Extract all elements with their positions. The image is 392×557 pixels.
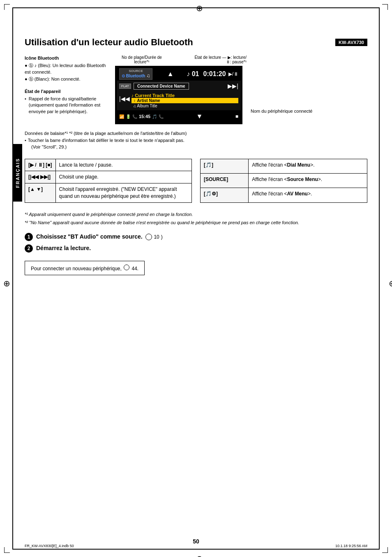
screen-status-row: 📶 🔋 📞 15:45 🎵 📞 ▼ ■ (117, 110, 241, 123)
flat-button[interactable]: FLAT (119, 84, 131, 89)
screen-row-3: |◀◀ ♪ Current Track Title ♀ Artist Name … (117, 91, 241, 110)
clock-display: 15:45 (139, 114, 150, 119)
bluetooth-blue-item: ● ⓑ ♪ (Bleu): Un lecteur audio Bluetooth… (25, 63, 111, 75)
device-name-display: Connected Device Name (134, 83, 189, 90)
key-av: [🎵⚙] (201, 188, 249, 202)
corner-mark-br (382, 547, 388, 553)
device-state-desc: Rappel de force du signal/batterie (uniq… (29, 96, 111, 115)
steps-section: 1 Choisissez "BT Audio" comme source. 10… (25, 233, 367, 253)
key-play-pause: [▶ / ⏸] [■] (25, 159, 56, 171)
val-device-select: Choisit l'appareil enregistré. ("NEW DEV… (55, 183, 191, 203)
table-row: [▲ ▼] Choisit l'appareil enregistré. ("N… (25, 183, 192, 203)
step-1-number: 1 (25, 233, 33, 241)
footnotes: *¹ Apparaît uniquement quand le périphér… (25, 211, 367, 226)
footer-info: FR_KW-AVX830[E]_4.indb 50 10.1.18 9:25:5… (25, 544, 367, 548)
play-pause-button[interactable]: ▶/⏸ (228, 71, 238, 77)
screen-row-2: FLAT Connected Device Name ▶▶| (117, 81, 241, 91)
controls-table-left: [▶ / ⏸] [■] Lance la lecture / pause. [|… (25, 159, 192, 203)
footer-right: 10.1.18 9:25:56 AM (335, 544, 367, 548)
table-row: [🎵] Affiche l'écran <Dial Menu>. (201, 159, 367, 173)
val-source: Affiche l'écran <Source Menu>. (249, 173, 367, 188)
device-screen: SOURCE ⊙ Bluetooth ♫ ▲ ♪ 01 (115, 66, 242, 124)
status-left: 📶 🔋 📞 15:45 🎵 📞 (119, 114, 164, 119)
corner-mark-bl (4, 547, 10, 553)
page-title: Utilisation d'un lecteur audio Bluetooth (25, 37, 335, 48)
track-down-button[interactable]: ▼ (196, 113, 203, 120)
data-balaise-label: Données de balaise*¹ *² (titre de la pla… (25, 130, 367, 137)
music-icon: ♫ (146, 73, 150, 79)
track-title-display: ♪ Current Track Title (131, 93, 175, 98)
key-source: [SOURCE] (201, 173, 249, 188)
info-box-text: Pour connecter un nouveau périphérique, (31, 266, 122, 272)
bluetooth-white-text: ● ⓑ (Blanc): Non connecté. (25, 76, 81, 82)
key-dial: [🎵] (201, 159, 249, 173)
step-1-ref-icon (145, 234, 152, 240)
source-button[interactable]: SOURCE ⊙ Bluetooth ♫ (119, 68, 152, 80)
battery-icon: 🔋 (126, 114, 131, 119)
val-dial: Affiche l'écran <Dial Menu>. (249, 159, 367, 173)
step-2: 2 Démarrez la lecture. (25, 244, 367, 253)
track-number-display: ♪ 01 (187, 70, 199, 78)
connected-device-label: Nom du périphérique connecté (251, 109, 367, 114)
table-row: [SOURCE] Affiche l'écran <Source Menu>. (201, 173, 367, 188)
album-title-display: ♫ Album Title (133, 104, 157, 108)
artist-row: ♀ Artist Name (131, 98, 238, 103)
screen-row-1: SOURCE ⊙ Bluetooth ♫ ▲ ♪ 01 (117, 67, 241, 81)
playno-label: No de plage/Durée de lecture*¹ (115, 55, 168, 64)
source-main-label: ⊙ Bluetooth ♫ (122, 73, 150, 79)
controls-table-right: [🎵] Affiche l'écran <Dial Menu>. [SOURCE… (200, 159, 367, 203)
device-screen-wrapper: No de plage/Durée de lecture*¹ État de l… (115, 55, 247, 124)
main-content: Utilisation d'un lecteur audio Bluetooth… (25, 37, 367, 275)
footnote-2: *² "No Name" apparaît quand aucune donné… (25, 219, 367, 226)
val-play-pause: Lance la lecture / pause. (55, 159, 191, 171)
phone-icon: 📞 (132, 114, 137, 119)
top-section: Icône Bluetooth ● ⓑ ♪ (Bleu): Un lecteur… (25, 55, 367, 124)
table-section: [▶ / ⏸] [■] Lance la lecture / pause. [|… (25, 159, 367, 203)
table-row: [🎵⚙] Affiche l'écran <AV Menu>. (201, 188, 367, 202)
signal-icon: 📶 (119, 114, 124, 119)
corner-mark-tr (382, 4, 388, 10)
bluetooth-icon-group: Icône Bluetooth ● ⓑ ♪ (Bleu): Un lecteur… (25, 55, 111, 83)
sidebar-language-label: FRANÇAIS (13, 144, 22, 202)
source-top-label: SOURCE (129, 70, 143, 73)
track-title-row: ♪ Current Track Title (131, 93, 238, 98)
artist-name-display: ♀ Artist Name (133, 98, 160, 103)
fast-forward-button[interactable]: ▶▶| (228, 83, 238, 89)
stop-button[interactable]: ■ (235, 114, 238, 119)
val-track-select: Choisit une plage. (55, 171, 191, 183)
music-status-icon: 🎵 (152, 114, 157, 119)
model-badge: KW-AVX730 (335, 39, 367, 46)
bluetooth-white-item: ● ⓑ (Blanc): Non connecté. (25, 76, 111, 82)
info-icon (124, 265, 129, 270)
track-info-area: ♪ Current Track Title ♀ Artist Name ♫ Al… (131, 93, 238, 109)
bluetooth-icon-title: Icône Bluetooth (25, 55, 111, 61)
track-up-button[interactable]: ▲ (167, 70, 174, 78)
device-state-item: • Rappel de force du signal/batterie (un… (25, 96, 111, 115)
footer-left: FR_KW-AVX830[E]_4.indb 50 (25, 544, 74, 548)
footnote-1: *¹ Apparaît uniquement quand le périphér… (25, 211, 367, 218)
device-state-title: État de l'appareil (25, 88, 111, 95)
step-1: 1 Choisissez "BT Audio" comme source. 10… (25, 233, 367, 241)
key-device-select: [▲ ▼] (25, 183, 56, 203)
time-display: 0:01:20 (203, 70, 226, 78)
bottom-annotation: Données de balaise*¹ *² (titre de la pla… (25, 130, 367, 151)
screen-inner: SOURCE ⊙ Bluetooth ♫ ▲ ♪ 01 (117, 67, 241, 123)
scroll-note: • Toucher la barre d'information fait dé… (25, 137, 367, 144)
corner-mark-tl (4, 4, 10, 10)
title-area: Utilisation d'un lecteur audio Bluetooth… (25, 37, 367, 48)
table-row: [|◀◀ ▶▶|] Choisit une plage. (25, 171, 192, 183)
val-av: Affiche l'écran <AV Menu>. (249, 188, 367, 202)
info-box: Pour connecter un nouveau périphérique, … (25, 261, 145, 275)
bluetooth-circle-icon: ⊙ (122, 74, 125, 78)
album-row: ♫ Album Title (131, 103, 238, 109)
table-row: [▶ / ⏸] [■] Lance la lecture / pause. (25, 159, 192, 171)
step-1-text: Choisissez "BT Audio" comme source. 10 ) (36, 233, 163, 240)
scroll-ref: (Voir "Scroll", 29.) (25, 144, 367, 151)
step-2-text: Démarrez la lecture. (36, 245, 91, 251)
step-2-number: 2 (25, 244, 33, 253)
prev-button[interactable]: |◀◀ (119, 93, 130, 102)
bluetooth-blue-text: ● ⓑ ♪ (Bleu): Un lecteur audio Bluetooth… (25, 63, 111, 75)
info-box-ref: 44. (132, 266, 139, 272)
key-track-select: [|◀◀ ▶▶|] (25, 171, 56, 183)
left-annotations: Icône Bluetooth ● ⓑ ♪ (Bleu): Un lecteur… (25, 55, 111, 124)
